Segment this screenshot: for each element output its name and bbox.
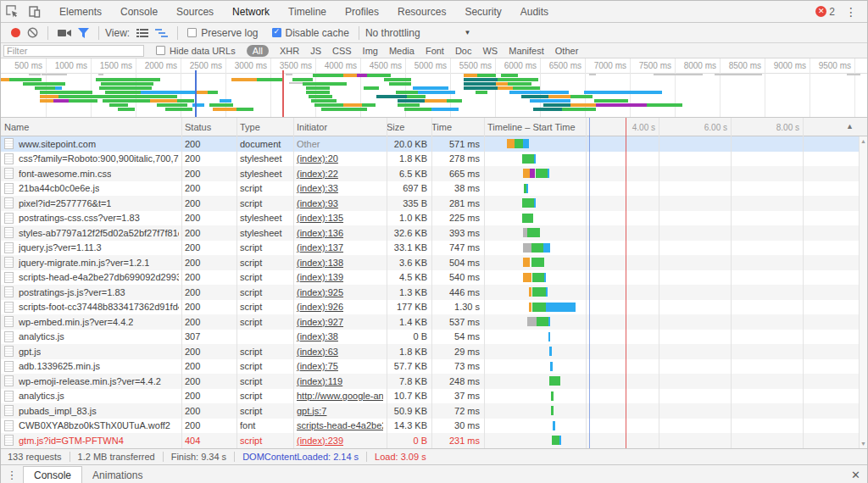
filter-type-xhr[interactable]: XHR [280,46,299,56]
request-row[interactable]: wp-emoji-release.min.js?ver=4.4.2200scri… [1,374,867,389]
filter-type-manifest[interactable]: Manifest [509,46,544,56]
column-header-size[interactable]: Size [387,118,427,136]
device-toolbar-icon[interactable] [23,1,45,22]
initiator-link[interactable]: (index):75 [297,361,338,371]
request-row[interactable]: wp-embed.min.js?ver=4.4.2200script(index… [1,314,867,330]
view-waterfall-icon[interactable] [155,28,168,38]
overview-bar [220,99,231,103]
drawer-menu-icon[interactable]: ⋮ [1,465,23,483]
request-row[interactable]: pubads_impl_83.js200scriptgpt.js:750.9 K… [1,403,867,419]
timeline-overview[interactable]: 500 ms1000 ms1500 ms2000 ms2500 ms3000 m… [1,58,867,118]
disable-cache-checkbox[interactable]: Disable cache [272,27,349,39]
initiator-link[interactable]: (index):137 [297,242,343,253]
name-cell: gtm.js?id=GTM-PFTWN4 [4,433,179,448]
initiator-link[interactable]: (index):22 [297,169,338,179]
column-header-name[interactable]: Name [4,118,177,136]
tab-timeline[interactable]: Timeline [279,1,336,22]
initiator-link[interactable]: (index):138 [297,258,343,268]
request-row[interactable]: postratings-js.js?ver=1.83200script(inde… [1,285,867,300]
request-row[interactable]: scripts-foot-cc37448b833417362d91fd4eb4e… [1,300,867,315]
drawer-tab-animations[interactable]: Animations [82,467,153,483]
filter-type-all[interactable]: All [247,45,269,57]
request-row[interactable]: gtm.js?id=GTM-PFTWN4404script(index):239… [1,433,867,448]
hide-data-urls-checkbox[interactable]: Hide data URLs [156,46,236,56]
more-options-icon[interactable]: ⋮ [840,5,862,19]
initiator-link[interactable]: scripts-head-e4a2be2... [297,420,383,430]
request-row[interactable]: analytics.js200scripthttp://www.google-a… [1,389,867,404]
request-row[interactable]: jquery.js?ver=1.11.3200script(index):137… [1,241,867,256]
clear-button[interactable] [27,27,38,38]
request-row[interactable]: adb.1339625.min.js200script(index):7557.… [1,359,867,375]
request-row[interactable]: scripts-head-e4a2be27db699092d2993e42901… [1,270,867,286]
column-header-initiator[interactable]: Initiator [297,118,383,136]
scrollbar[interactable]: ▲ ▼ [859,136,867,448]
console-error-badge[interactable]: ✕ 2 [815,6,835,18]
initiator-link[interactable]: (index):33 [297,183,338,193]
column-header-time[interactable]: Time [431,118,480,136]
request-row[interactable]: pixel?id=2577776&t=1200script(index):933… [1,196,867,211]
tab-sources[interactable]: Sources [167,1,223,22]
initiator-link[interactable]: (index):38 [297,331,338,341]
filter-type-font[interactable]: Font [426,46,444,56]
request-row[interactable]: jquery-migrate.min.js?ver=1.2.1200script… [1,255,867,270]
request-row[interactable]: analytics.js307(index):380 B54 ms [1,330,867,345]
initiator-link[interactable]: (index):139 [297,272,343,282]
filter-funnel-icon[interactable] [78,28,89,38]
overview-tick-label: 7500 ms [639,61,675,70]
filter-type-img[interactable]: Img [363,46,378,56]
overview-bar [584,91,662,94]
initiator-link[interactable]: (index):135 [297,213,343,223]
tab-console[interactable]: Console [111,1,167,22]
drawer-close-icon[interactable]: ✕ [851,469,860,481]
filter-type-other[interactable]: Other [555,46,579,56]
initiator-link[interactable]: (index):63 [297,347,338,357]
waterfall-bar [553,421,555,430]
filter-type-doc[interactable]: Doc [455,46,472,56]
tab-audits[interactable]: Audits [511,1,558,22]
scroll-down-icon[interactable]: ▼ [860,441,867,447]
tab-resources[interactable]: Resources [388,1,455,22]
sort-arrow-icon[interactable]: ▲ [846,122,854,130]
tab-elements[interactable]: Elements [50,1,111,22]
request-row[interactable]: gpt.js200script(index):631.8 KB29 ms [1,344,867,359]
request-row[interactable]: styles-ab7797a12f2f5d02a52bf27f7f81ecc9.… [1,225,867,241]
time-cell: 571 ms [431,136,480,152]
request-row[interactable]: CWB0XYA8bzo0kSThX0UTuA.woff2200fontscrip… [1,419,867,434]
initiator-link[interactable]: (index):925 [297,287,343,297]
initiator-link[interactable]: (index):119 [297,376,342,386]
column-header-timeline[interactable]: Timeline – Start Time [487,118,589,136]
request-row[interactable]: font-awesome.min.css200stylesheet(index)… [1,166,867,181]
preserve-log-checkbox[interactable]: Preserve log [187,27,258,39]
request-row[interactable]: postratings-css.css?ver=1.83200styleshee… [1,211,867,226]
column-header-type[interactable]: Type [240,118,291,136]
view-list-icon[interactable] [136,28,148,38]
request-row[interactable]: 21ba44cb0c0e6e.js200script(index):33697 … [1,181,867,197]
tab-profiles[interactable]: Profiles [336,1,388,22]
initiator-link[interactable]: gpt.js:7 [297,406,326,416]
file-icon [4,153,14,164]
filter-type-css[interactable]: CSS [332,46,352,56]
drawer-tab-console[interactable]: Console [23,466,82,483]
throttling-dropdown[interactable]: No throttling ▼ [365,27,471,39]
filter-type-media[interactable]: Media [389,46,415,56]
initiator-link[interactable]: (index):927 [297,317,343,327]
filter-type-js[interactable]: JS [310,46,321,56]
filter-input[interactable] [3,45,144,57]
filmstrip-camera-icon[interactable] [58,28,71,38]
initiator-link[interactable]: (index):93 [297,198,338,208]
initiator-link[interactable]: (index):239 [297,436,343,446]
tab-network[interactable]: Network [223,1,279,22]
scroll-up-icon[interactable]: ▲ [860,138,867,144]
initiator-link[interactable]: http://www.google-ana... [297,391,383,401]
initiator-link[interactable]: (index):926 [297,302,343,312]
request-row[interactable]: css?family=Roboto:900,900italic,700,700i… [1,152,867,167]
inspect-element-icon[interactable] [1,1,23,22]
filter-type-ws[interactable]: WS [482,46,498,56]
initiator-link[interactable]: (index):136 [297,228,343,238]
tab-security[interactable]: Security [455,1,510,22]
record-button[interactable] [11,28,20,37]
column-header-status[interactable]: Status [185,118,233,136]
request-row[interactable]: www.sitepoint.com200documentOther20.0 KB… [1,136,867,152]
time-cell: 278 ms [431,152,480,167]
initiator-link[interactable]: (index):20 [297,153,338,164]
